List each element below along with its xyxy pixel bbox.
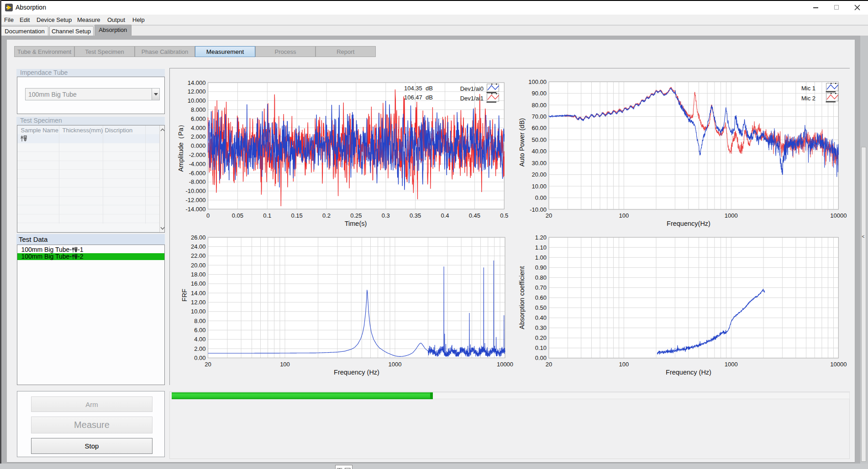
svg-text:1.00: 1.00 [535,254,547,261]
svg-text:0.60: 0.60 [535,294,547,301]
svg-text:0.30: 0.30 [535,324,547,331]
svg-text:0.5: 0.5 [500,212,508,219]
svg-text:0.45: 0.45 [469,212,480,219]
svg-text:0.4: 0.4 [441,212,449,219]
svg-text:20: 20 [546,212,552,219]
svg-text:Time(s): Time(s) [345,220,367,227]
svg-text:8.00: 8.00 [194,318,205,324]
svg-text:-4.000: -4.000 [189,161,206,167]
svg-text:10.00: 10.00 [531,183,547,190]
svg-text:-10.000: -10.000 [185,188,205,194]
svg-text:22.00: 22.00 [191,252,206,259]
svg-text:0.1: 0.1 [263,212,271,219]
svg-text:26.00: 26.00 [191,234,206,241]
svg-text:18.00: 18.00 [191,271,206,278]
svg-text:100: 100 [619,361,629,368]
svg-text:4.00: 4.00 [194,336,205,343]
svg-text:2.000: 2.000 [191,133,206,140]
svg-text:Dev1/ai1: Dev1/ai1 [460,95,484,102]
svg-text:10.00: 10.00 [191,308,206,315]
svg-text:12.00: 12.00 [191,299,206,306]
svg-text:0.05: 0.05 [232,212,243,219]
svg-text:20: 20 [205,361,211,368]
svg-text:-2.000: -2.000 [189,151,206,158]
svg-text:Frequency (Hz): Frequency (Hz) [334,369,379,376]
svg-text:0.40: 0.40 [535,314,547,321]
svg-text:20: 20 [546,361,552,368]
svg-text:0.3: 0.3 [382,212,390,219]
svg-text:0.35: 0.35 [410,212,421,219]
svg-text:106.47 dB: 106.47 dB [404,94,433,101]
svg-text:0.00: 0.00 [535,354,547,361]
svg-text:1.10: 1.10 [535,244,547,251]
svg-text:24.00: 24.00 [191,243,206,250]
svg-text:0.2: 0.2 [322,212,331,219]
svg-text:50.00: 50.00 [531,136,547,143]
svg-text:4.000: 4.000 [191,125,206,131]
svg-text:20.00: 20.00 [531,171,547,178]
svg-text:100: 100 [280,361,290,368]
svg-text:12.000: 12.000 [188,88,206,95]
svg-text:40.00: 40.00 [531,148,547,155]
svg-text:Auto Power (dB): Auto Power (dB) [518,118,526,167]
svg-text:-6.000: -6.000 [189,170,206,177]
svg-text:1000: 1000 [725,212,738,219]
svg-text:Dev1/ai0: Dev1/ai0 [460,85,484,92]
svg-text:16.00: 16.00 [191,280,206,287]
svg-text:Frequency(Hz): Frequency(Hz) [667,220,710,227]
svg-text:10000: 10000 [497,361,513,368]
svg-text:-14.000: -14.000 [185,206,205,213]
svg-text:0.00: 0.00 [535,194,547,201]
svg-text:20.00: 20.00 [191,262,206,269]
svg-text:6.000: 6.000 [191,115,206,122]
svg-text:1000: 1000 [725,361,738,368]
svg-text:70.00: 70.00 [531,113,547,120]
svg-text:Amplitude（Pa）: Amplitude（Pa） [177,121,184,172]
svg-text:-8.000: -8.000 [189,178,206,185]
svg-text:Absorption coefficient: Absorption coefficient [518,266,526,329]
svg-text:Mic 1: Mic 1 [801,85,815,92]
svg-text:0.80: 0.80 [535,274,547,281]
svg-text:0.50: 0.50 [535,304,547,311]
svg-text:1.20: 1.20 [535,234,547,241]
svg-text:0.000: 0.000 [191,142,206,149]
svg-text:-12.000: -12.000 [185,197,205,203]
svg-text:90.00: 90.00 [531,90,547,97]
svg-text:0.00: 0.00 [194,354,205,361]
svg-text:Frequency (Hz): Frequency (Hz) [666,369,711,376]
svg-text:8.000: 8.000 [191,106,206,113]
svg-text:60.00: 60.00 [531,125,547,131]
svg-text:100: 100 [619,212,629,219]
svg-text:FRF: FRF [181,289,188,302]
svg-text:0.25: 0.25 [350,212,362,219]
svg-text:80.00: 80.00 [531,102,547,109]
svg-text:100.00: 100.00 [528,78,547,85]
svg-text:0: 0 [206,212,210,219]
svg-text:1000: 1000 [389,361,402,368]
svg-text:0.10: 0.10 [535,344,547,351]
svg-text:10000: 10000 [830,361,847,368]
svg-text:14.000: 14.000 [188,79,206,86]
svg-text:0.20: 0.20 [535,334,547,341]
svg-text:0.70: 0.70 [535,284,547,291]
svg-text:30.00: 30.00 [531,160,547,167]
svg-text:104.35 dB: 104.35 dB [404,85,433,92]
svg-text:-10.00: -10.00 [530,206,547,213]
svg-text:2.00: 2.00 [194,345,205,352]
svg-text:0.90: 0.90 [535,264,547,271]
svg-text:6.00: 6.00 [194,327,205,334]
svg-text:10000: 10000 [830,212,847,219]
svg-text:10.000: 10.000 [188,97,206,104]
svg-text:14.00: 14.00 [191,290,206,297]
svg-text:0.15: 0.15 [291,212,302,219]
svg-text:Mic 2: Mic 2 [801,95,815,102]
